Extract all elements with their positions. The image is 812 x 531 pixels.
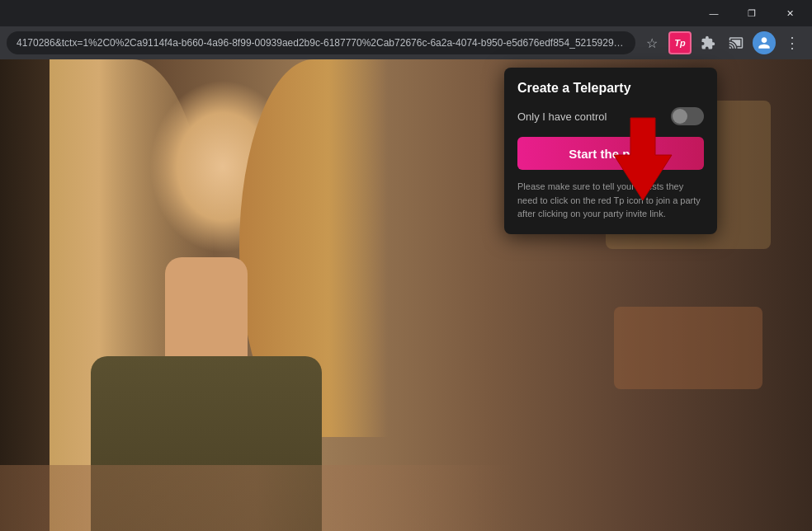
url-bar[interactable]: 4170286&tctx=1%2C0%2Ca9114f4a-b660-4a96-… <box>7 31 635 54</box>
popup-title: Create a Teleparty <box>517 81 704 96</box>
control-label: Only I have control <box>517 110 607 123</box>
star-icon: ☆ <box>646 35 658 51</box>
only-i-have-control-toggle[interactable] <box>671 107 704 125</box>
toolbar-icons: ☆ Tp <box>639 30 805 56</box>
popup-hint-text: Please make sure to tell your guests the… <box>517 180 704 221</box>
bookmark-button[interactable]: ☆ <box>639 30 665 56</box>
extensions-button[interactable] <box>695 30 721 56</box>
furniture <box>614 307 762 389</box>
toggle-knob <box>673 109 687 124</box>
minimize-button[interactable]: — <box>695 0 733 26</box>
more-menu-button[interactable]: ⋮ <box>779 30 805 56</box>
puzzle-icon <box>701 35 715 50</box>
tp-label: Tp <box>674 38 685 48</box>
sofa <box>0 465 512 531</box>
more-icon: ⋮ <box>785 34 800 52</box>
start-party-button[interactable]: Start the party <box>517 137 704 170</box>
cast-icon <box>729 35 744 50</box>
browser-chrome: — ❐ ✕ 4170286&tctx=1%2C0%2Ca9114f4a-b660… <box>0 0 812 59</box>
title-bar: — ❐ ✕ <box>0 0 812 26</box>
cast-button[interactable] <box>723 30 749 56</box>
teleparty-popup: Create a Teleparty Only I have control S… <box>504 68 717 234</box>
url-text: 4170286&tctx=1%2C0%2Ca9114f4a-b660-4a96-… <box>17 37 626 49</box>
avatar <box>753 31 776 54</box>
profile-button[interactable] <box>751 30 777 56</box>
control-row: Only I have control <box>517 107 704 125</box>
teleparty-extension-button[interactable]: Tp <box>667 30 693 56</box>
toolbar: 4170286&tctx=1%2C0%2Ca9114f4a-b660-4a96-… <box>0 26 812 59</box>
tp-icon: Tp <box>668 31 692 54</box>
maximize-button[interactable]: ❐ <box>733 0 771 26</box>
close-button[interactable]: ✕ <box>771 0 809 26</box>
